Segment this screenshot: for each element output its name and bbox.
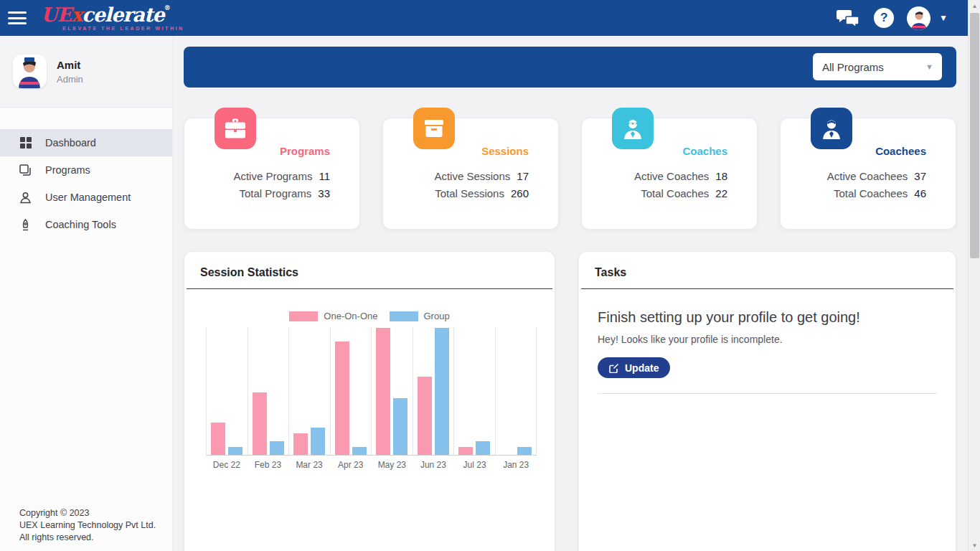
sidebar-item-programs[interactable]: Programs [0,156,172,184]
chart-group [413,327,454,455]
stat-card-coaches: Coaches Active Coaches18 Total Coaches22 [581,118,758,230]
sidebar-item-label: User Management [45,192,131,203]
legend-label: Group [424,311,450,321]
chart-group [288,327,330,455]
bar-group [228,447,242,455]
copyright-footer: Copyright © 2023 UEX Learning Technology… [19,507,156,544]
chevron-down-icon[interactable]: ▼ [939,13,948,23]
chart-tick-label: Jul 23 [454,460,496,470]
sidebar: Amit Admin Dashboard Programs User Manag… [0,36,173,551]
stat-card-sessions: Sessions Active Sessions17 Total Session… [382,118,559,230]
bar-one-on-one [211,423,225,455]
bar-one-on-one [376,328,390,455]
scroll-down-arrow-icon[interactable]: ▼ [969,540,980,551]
sidebar-item-label: Coaching Tools [45,219,116,230]
chart-labels: Dec 22Feb 23Mar 23Apr 23May 23Jun 23Jul … [206,460,537,470]
profile-role: Admin [57,74,83,85]
stat-card-title: Programs [184,145,359,157]
chart-group [330,327,372,455]
chart-group [248,327,289,455]
legend-swatch [289,311,318,321]
bar-group [393,398,407,455]
bar-one-on-one [253,392,267,455]
chart-tick-label: Mar 23 [288,460,330,470]
chart-tick-label: Apr 23 [330,460,372,470]
stat-card-programs: Programs Active Programs11 Total Program… [184,118,360,230]
scroll-up-arrow-icon[interactable]: ▲ [969,0,980,11]
chart-group [206,327,248,455]
sidebar-profile: Amit Admin [0,36,172,108]
user-person-icon [19,192,32,204]
update-button-label: Update [625,362,659,374]
task-subtext: Hey! Looks like your profile is incomple… [598,334,937,345]
chart-group [495,327,537,455]
vertical-scrollbar[interactable]: ▲ ▼ [968,0,980,551]
copyright-line: Copyright © 2023 [19,507,156,519]
stat-row: Total Coaches22 [582,185,757,202]
edit-pencil-icon [609,363,619,373]
session-statistics-title: Session Statistics [184,252,555,279]
profile-name: Amit [57,59,83,71]
sidebar-item-user-management[interactable]: User Management [0,184,172,211]
user-avatar[interactable] [907,6,930,30]
legend-entry[interactable]: Group [390,311,450,321]
programs-windows-icon [19,164,32,176]
chart-tick-label: May 23 [372,460,413,470]
briefcase-icon [215,108,256,149]
logo-tagline: ELEVATE THE LEADER WITHIN [62,26,184,31]
task-heading: Finish setting up your profile to get go… [598,309,937,326]
sidebar-item-label: Programs [45,164,90,176]
session-chart: Dec 22Feb 23Mar 23Apr 23May 23Jun 23Jul … [206,327,537,470]
stat-row: Active Coachees37 [781,168,956,185]
sidebar-item-dashboard[interactable]: Dashboard [0,129,172,156]
bar-group [476,441,490,455]
copyright-line: UEX Learning Technology Pvt Ltd. [19,519,156,532]
panel-divider [581,288,953,289]
bar-group [270,441,284,455]
stat-row: Active Coaches18 [582,168,757,185]
legend-label: One-On-One [324,311,377,321]
panel-divider [187,288,552,289]
chart-tick-label: Dec 22 [206,460,248,470]
stat-row: Total Programs33 [184,185,359,202]
update-profile-button[interactable]: Update [598,357,670,378]
bar-one-on-one [418,377,432,455]
sidebar-item-label: Dashboard [45,137,96,149]
stat-row: Active Programs11 [184,168,359,185]
stat-cards-row: Programs Active Programs11 Total Program… [184,118,956,230]
task-bottom-divider [598,393,937,394]
chart-tick-label: Jun 23 [413,460,454,470]
program-filter-value: All Programs [822,61,925,73]
chart-plot [206,327,537,456]
chart-tick-label: Jan 23 [495,460,537,470]
coachee-person-icon [811,108,852,149]
bar-one-on-one [458,447,473,455]
bar-group [435,328,449,455]
bar-one-on-one [293,433,308,455]
archive-box-icon [413,108,455,149]
legend-entry[interactable]: One-On-One [289,311,377,321]
dropdown-caret-icon: ▼ [925,62,933,71]
app-logo[interactable]: UExcelerate® ELEVATE THE LEADER WITHIN [41,5,184,31]
dashboard-grid-icon [19,137,32,149]
logo-text: UExcelerate® [41,5,184,24]
hamburger-menu-icon[interactable] [8,11,27,24]
bar-group [517,447,532,455]
program-filter-dropdown[interactable]: All Programs ▼ [813,53,942,80]
help-icon[interactable]: ? [874,8,894,28]
chart-group [453,327,495,455]
sidebar-item-coaching-tools[interactable]: Coaching Tools [0,211,172,238]
chat-messages-icon[interactable] [837,8,861,28]
chart-legend: One-On-OneGroup [184,311,555,321]
stat-row: Active Sessions17 [383,168,558,185]
coach-person-icon [612,108,654,149]
scrollbar-thumb[interactable] [970,13,979,258]
top-navbar: UExcelerate® ELEVATE THE LEADER WITHIN ?… [0,0,968,36]
header-banner: All Programs ▼ [184,47,956,88]
bar-group [311,428,325,455]
stat-card-title: Sessions [383,145,558,157]
stat-card-title: Coaches [582,145,757,157]
copyright-line: All rights reserved. [19,532,156,544]
stat-card-title: Coachees [781,145,956,157]
tasks-panel: Tasks Finish setting up your profile to … [578,251,956,551]
